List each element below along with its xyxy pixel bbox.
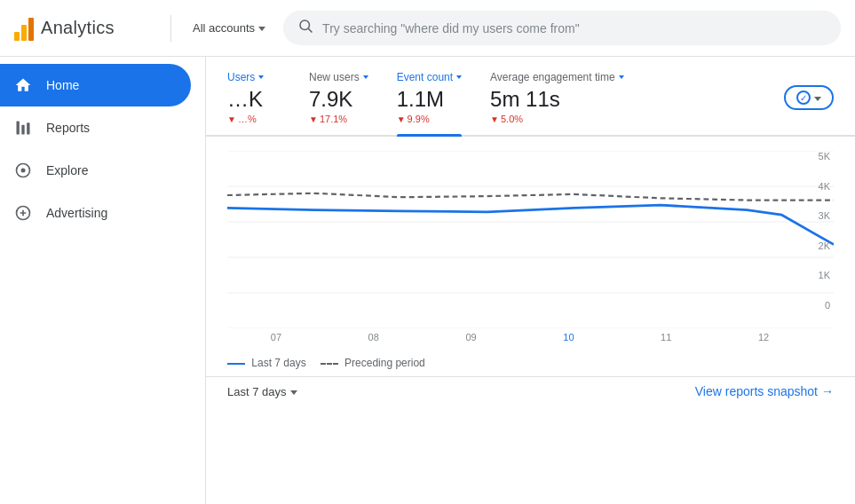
- app-title: Analytics: [41, 18, 115, 38]
- chart-svg: [227, 151, 834, 328]
- x-label-08: 08: [368, 332, 379, 343]
- metric-avg-engagement-value: 5m 11s: [490, 87, 624, 112]
- sidebar-item-explore[interactable]: Explore: [0, 149, 191, 192]
- header: Analytics All accounts Try searching "wh…: [0, 0, 855, 57]
- search-bar[interactable]: Try searching "where did my users come f…: [283, 11, 841, 45]
- legend-area: Last 7 days Preceding period: [206, 350, 855, 376]
- legend-dashed-line: Preceding period: [321, 357, 425, 369]
- metric-users-arrow: ▼: [227, 114, 236, 124]
- reports-icon: [14, 119, 32, 137]
- y-label-3k: 3K: [819, 210, 830, 221]
- view-reports-link[interactable]: View reports snapshot →: [695, 384, 834, 398]
- x-label-07: 07: [271, 332, 281, 343]
- sidebar-advertising-label: Advertising: [46, 206, 107, 220]
- x-label-09: 09: [465, 332, 476, 343]
- metric-users-value: …K: [227, 87, 281, 112]
- metric-new-users-value: 7.9K: [309, 87, 368, 112]
- metric-users-chevron: [258, 75, 264, 79]
- footer-bar: Last 7 days View reports snapshot →: [206, 376, 855, 406]
- header-divider: [170, 15, 171, 42]
- metric-new-users-change: ▼ 17.1%: [309, 114, 368, 124]
- svg-rect-4: [27, 122, 29, 134]
- metrics-bar: Users …K ▼ …% New users 7.9K ▼ 17.1%: [206, 57, 855, 137]
- metric-event-count-change: ▼ 9.9%: [397, 114, 462, 124]
- metric-avg-engagement-change: ▼ 5.0%: [490, 114, 624, 124]
- svg-point-0: [300, 20, 310, 30]
- period-selector[interactable]: Last 7 days: [227, 385, 297, 398]
- sidebar-item-home[interactable]: Home: [0, 64, 191, 106]
- checkmark-icon: ✓: [796, 91, 811, 105]
- chart-container: 5K 4K 3K 2K 1K 0: [227, 151, 834, 328]
- home-icon: [14, 76, 32, 94]
- metric-avg-engagement[interactable]: Average engagement time 5m 11s ▼ 5.0%: [490, 71, 624, 135]
- advertising-icon: [14, 204, 32, 222]
- y-label-2k: 2K: [819, 240, 830, 251]
- sidebar-item-advertising[interactable]: Advertising: [0, 192, 191, 234]
- metric-users-label: Users: [227, 71, 255, 83]
- search-icon: [297, 18, 313, 38]
- sidebar-explore-label: Explore: [46, 163, 88, 177]
- sidebar-reports-label: Reports: [46, 121, 90, 135]
- current-period-line: [227, 205, 834, 244]
- metric-event-count[interactable]: Event count 1.1M ▼ 9.9%: [397, 71, 462, 135]
- view-reports-arrow-icon: →: [821, 384, 834, 398]
- y-label-1k: 1K: [819, 270, 830, 280]
- svg-point-6: [21, 169, 26, 173]
- metric-event-count-label: Event count: [397, 71, 453, 83]
- metric-avg-engagement-pct: 5.0%: [501, 114, 523, 124]
- svg-rect-3: [21, 125, 24, 135]
- metric-new-users-arrow: ▼: [309, 114, 318, 124]
- svg-rect-2: [17, 122, 20, 135]
- metric-new-users-pct: 17.1%: [320, 114, 347, 124]
- logo-icon: [14, 16, 34, 41]
- search-placeholder: Try searching "where did my users come f…: [322, 21, 580, 35]
- metric-avg-engagement-chevron: [619, 75, 624, 79]
- compare-chevron-icon: [814, 97, 821, 101]
- x-label-11: 11: [661, 332, 671, 343]
- main-content: Users …K ▼ …% New users 7.9K ▼ 17.1%: [206, 57, 855, 504]
- y-axis-labels: 5K 4K 3K 2K 1K 0: [815, 151, 834, 311]
- metric-event-count-value: 1.1M: [397, 87, 462, 112]
- legend-solid-line: Last 7 days: [227, 357, 306, 369]
- y-label-0: 0: [819, 300, 830, 311]
- period-label: Last 7 days: [227, 385, 287, 398]
- compare-button[interactable]: ✓: [784, 85, 834, 110]
- metric-avg-engagement-arrow: ▼: [490, 114, 499, 124]
- preceding-period-line: [227, 193, 834, 201]
- y-label-5k: 5K: [819, 151, 830, 161]
- metric-new-users-label: New users: [309, 71, 360, 83]
- logo-area: Analytics: [14, 16, 156, 41]
- accounts-label: All accounts: [193, 21, 255, 35]
- metric-event-count-chevron: [456, 75, 462, 79]
- svg-line-1: [308, 28, 312, 32]
- metric-new-users[interactable]: New users 7.9K ▼ 17.1%: [309, 71, 368, 135]
- accounts-selector[interactable]: All accounts: [186, 18, 273, 38]
- metric-event-count-arrow: ▼: [397, 114, 406, 124]
- metric-users-change: ▼ …%: [227, 114, 281, 124]
- metric-avg-engagement-label: Average engagement time: [490, 71, 615, 83]
- chart-area: 5K 4K 3K 2K 1K 0 07 08 09 10 11 12: [206, 137, 855, 350]
- legend-dashed-label: Preceding period: [344, 357, 425, 369]
- x-axis-labels: 07 08 09 10 11 12: [227, 332, 834, 343]
- accounts-chevron-icon: [258, 27, 265, 31]
- explore-icon: [14, 161, 32, 179]
- view-reports-label: View reports snapshot: [695, 384, 818, 398]
- x-label-10: 10: [563, 332, 574, 343]
- metric-new-users-chevron: [363, 75, 368, 79]
- sidebar-home-label: Home: [46, 78, 79, 92]
- sidebar: Home Reports Explore: [0, 57, 206, 504]
- y-label-4k: 4K: [819, 181, 830, 192]
- period-chevron-icon: [290, 390, 297, 395]
- legend-solid-label: Last 7 days: [251, 357, 305, 369]
- x-label-12: 12: [758, 332, 769, 343]
- sidebar-item-reports[interactable]: Reports: [0, 106, 191, 149]
- main-layout: Home Reports Explore: [0, 57, 855, 504]
- metric-users[interactable]: Users …K ▼ …%: [227, 71, 281, 135]
- metric-event-count-pct: 9.9%: [408, 114, 430, 124]
